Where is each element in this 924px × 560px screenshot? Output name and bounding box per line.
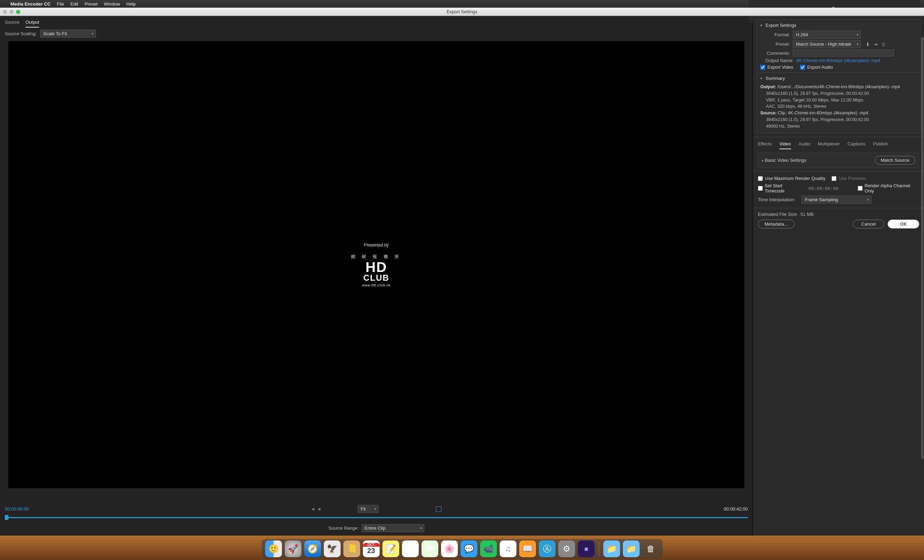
- est-value: 51 MB: [801, 212, 814, 217]
- summary-src2: 3840x2160 (1.0), 29.97 fps, Progressive,…: [766, 117, 916, 123]
- format-dropdown[interactable]: H.264: [793, 31, 861, 39]
- dock-itunes-icon[interactable]: ♫: [500, 541, 516, 557]
- video-preview: Presented by 精 研 視 務 所 HD CLUB www.HD.Cl…: [8, 41, 744, 488]
- dock-launchpad-icon[interactable]: 🚀: [285, 541, 302, 557]
- set-start-tc-checkbox[interactable]: Set Start Timecode: [758, 183, 802, 193]
- dock-appstore-icon[interactable]: Ⓐ: [539, 541, 555, 557]
- dock-sysprefs-icon[interactable]: ⚙: [558, 541, 575, 557]
- dock: 🙂 🚀 🧭 🦅 📒 OCT23 📝 ☑ 🗺 🌸 💬 📹 ♫ 📖 Ⓐ ⚙ ▦ 📁 …: [262, 539, 663, 559]
- metadata-button[interactable]: Metadata...: [758, 220, 795, 228]
- basic-video-heading[interactable]: Basic Video Settings: [762, 157, 806, 163]
- menu-window[interactable]: Window: [104, 1, 120, 7]
- step-fwd-icon[interactable]: ▶: [319, 507, 321, 511]
- dock-safari-icon[interactable]: 🧭: [304, 541, 321, 557]
- summary-source-label: Source:: [760, 111, 777, 115]
- preview-cj: 精 研 視 務 所: [351, 254, 402, 260]
- dock-photos-icon[interactable]: 🌸: [441, 541, 458, 557]
- dock-trash-icon[interactable]: 🗑: [642, 541, 659, 557]
- tab-audio[interactable]: Audio: [799, 141, 810, 149]
- dock-media-encoder-icon[interactable]: ▦: [578, 541, 595, 557]
- dock-apps-folder-icon[interactable]: 📁: [603, 541, 620, 557]
- summary-heading[interactable]: Summary: [760, 76, 916, 81]
- format-label: Format:: [760, 32, 790, 37]
- step-back-icon[interactable]: ◀: [312, 507, 314, 511]
- output-name-label: Output Name:: [760, 58, 794, 63]
- cancel-button[interactable]: Cancel: [853, 220, 884, 228]
- save-preset-icon[interactable]: ⬇: [866, 42, 870, 47]
- timecode-end: 00:00:42:00: [724, 506, 748, 512]
- settings-panel: Export Settings Format: H.264 Preset: Ma…: [753, 16, 924, 536]
- dock-facetime-icon[interactable]: 📹: [480, 541, 497, 557]
- dock-downloads-folder-icon[interactable]: 📁: [623, 541, 640, 557]
- crop-icon[interactable]: [436, 506, 441, 512]
- delete-preset-icon[interactable]: 🗑: [881, 42, 886, 47]
- summary-out2: 3840x2160 (1.0), 29.97 fps, Progressive,…: [766, 90, 916, 97]
- tab-captions[interactable]: Captions: [848, 141, 866, 149]
- timeline-slider[interactable]: [5, 515, 748, 520]
- summary-out4: AAC, 320 kbps, 48 kHz, Stereo: [766, 103, 916, 110]
- tab-publish[interactable]: Publish: [873, 141, 888, 149]
- tab-output[interactable]: Output: [26, 19, 39, 27]
- traffic-lights: [3, 10, 20, 14]
- dock-contacts-icon[interactable]: 📒: [344, 541, 360, 557]
- dock-notes-icon[interactable]: 📝: [382, 541, 399, 557]
- export-audio-checkbox[interactable]: Export Audio: [800, 64, 833, 70]
- preview-panel: Source Output Source Scaling: Scale To F…: [0, 16, 753, 536]
- app-name[interactable]: Media Encoder CC: [10, 1, 51, 7]
- ok-button[interactable]: OK: [888, 220, 919, 228]
- source-range-dropdown[interactable]: Entire Clip: [362, 524, 424, 532]
- menu-edit[interactable]: Edit: [70, 1, 78, 7]
- minimize-icon[interactable]: [9, 10, 14, 14]
- zoom-icon[interactable]: [16, 10, 20, 14]
- summary-src1: Clip, 4K-Chimei-inn-60mbps (4ksamples) .…: [778, 111, 868, 115]
- preset-label: Preset:: [760, 42, 790, 47]
- clock[interactable]: Mon 11:45 AM: [820, 0, 849, 1]
- render-alpha-checkbox[interactable]: Render Alpha Channel Only: [858, 183, 919, 193]
- source-scaling-label: Source Scaling:: [5, 31, 37, 36]
- preset-dropdown[interactable]: Match Source - High bitrate: [793, 40, 861, 48]
- match-source-button[interactable]: Match Source: [875, 156, 915, 165]
- tab-effects[interactable]: Effects: [758, 141, 772, 149]
- dock-maps-icon[interactable]: 🗺: [422, 541, 438, 557]
- menu-file[interactable]: File: [57, 1, 64, 7]
- export-settings-heading[interactable]: Export Settings: [760, 22, 916, 28]
- dock-finder-icon[interactable]: 🙂: [265, 541, 282, 557]
- summary-src3: 48000 Hz, Stereo: [766, 123, 916, 130]
- import-preset-icon[interactable]: ⇥: [873, 42, 878, 47]
- time-interp-dropdown[interactable]: Frame Sampling: [801, 196, 871, 204]
- output-name-link[interactable]: 4K-Chimei-inn-60mbps (4ksamples)-.mp4: [796, 58, 880, 63]
- source-range-label: Source Range:: [328, 526, 359, 531]
- window-titlebar: Export Settings: [0, 7, 924, 16]
- timecode-start[interactable]: 00:00:00:00: [5, 506, 29, 512]
- max-quality-checkbox[interactable]: Use Maximum Render Quality: [758, 176, 825, 181]
- dock-messages-icon[interactable]: 💬: [460, 541, 477, 557]
- close-icon[interactable]: [3, 10, 7, 14]
- comments-label: Comments:: [760, 51, 790, 56]
- preview-hd: HD: [351, 261, 402, 273]
- desktop: 🙂 🚀 🧭 🦅 📒 OCT23 📝 ☑ 🗺 🌸 💬 📹 ♫ 📖 Ⓐ ⚙ ▦ 📁 …: [0, 536, 924, 560]
- use-previews-checkbox[interactable]: Use Previews: [831, 176, 866, 181]
- comments-input[interactable]: [793, 49, 894, 57]
- dock-ibooks-icon[interactable]: 📖: [519, 541, 536, 557]
- dock-separator: [599, 542, 599, 557]
- summary-out3: VBR, 1 pass, Target 10.00 Mbps, Max 12.0…: [766, 97, 916, 103]
- menu-help[interactable]: Help: [126, 1, 136, 7]
- dock-calendar-icon[interactable]: OCT23: [363, 541, 380, 557]
- source-scaling-dropdown[interactable]: Scale To Fit: [40, 30, 96, 37]
- dock-reminders-icon[interactable]: ☑: [402, 541, 419, 557]
- preview-presented-by: Presented by: [351, 243, 402, 247]
- est-label: Estimated File Size:: [758, 212, 798, 217]
- menu-preset[interactable]: Preset: [84, 1, 98, 7]
- start-tc-value: 00:00:00:00: [808, 186, 838, 191]
- export-video-checkbox[interactable]: Export Video: [760, 64, 793, 70]
- tab-source[interactable]: Source: [5, 19, 19, 27]
- zoom-fit-dropdown[interactable]: Fit: [358, 505, 379, 513]
- preview-club: CLUB: [351, 273, 402, 283]
- tab-multiplexer[interactable]: Multiplexer: [818, 141, 840, 149]
- tab-video[interactable]: Video: [780, 141, 791, 149]
- dock-mail-icon[interactable]: 🦅: [324, 541, 340, 557]
- window-title: Export Settings: [447, 9, 477, 14]
- summary-output-label: Output:: [760, 84, 776, 89]
- time-interp-label: Time Interpolation:: [758, 197, 795, 202]
- scrollbar[interactable]: [921, 37, 923, 459]
